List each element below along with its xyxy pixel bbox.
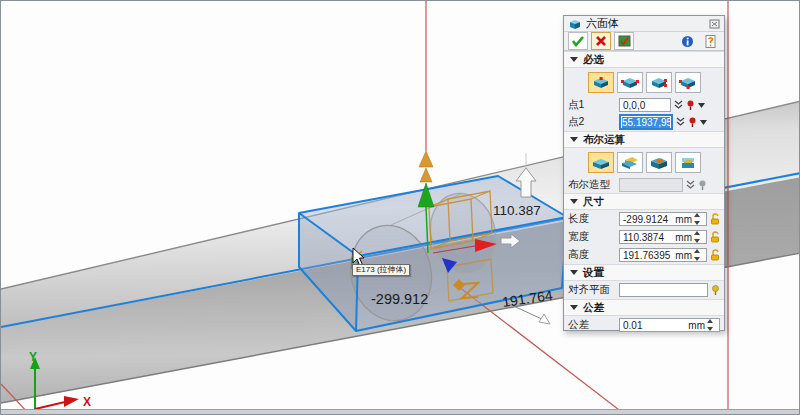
check-icon [571, 35, 585, 47]
box-type-corner[interactable] [646, 72, 672, 93]
app-window: 110.387 -299.912 191.764 Y X E173 (拉伸体) … [0, 0, 800, 415]
tolerance-label: 公差 [568, 318, 616, 332]
boolean-shape-label: 布尔造型 [568, 178, 616, 192]
section-dimensions[interactable]: 尺寸 [564, 193, 724, 210]
height-input[interactable]: 191.76395 mm [619, 248, 707, 262]
plane-pick-pin-icon[interactable] [711, 285, 720, 296]
length-stepper[interactable] [694, 213, 703, 225]
point1-input[interactable]: 0,0,0 [619, 98, 671, 112]
hexahedron-dialog: 六面体 [563, 15, 725, 331]
boolean-base-icon [591, 155, 611, 170]
boolean-add-icon [620, 155, 640, 170]
box-type-icon [620, 75, 640, 90]
align-plane-row: 对齐平面 [564, 281, 724, 299]
ok-button[interactable] [568, 32, 588, 50]
width-input[interactable]: 110.3874 mm [619, 230, 707, 244]
section-tolerance[interactable]: 公差 [564, 299, 724, 316]
section-required[interactable]: 必选 [564, 51, 724, 68]
boolean-shape-row: 布尔造型 [564, 177, 724, 193]
tolerance-row: 公差 0.01 mm [564, 316, 724, 334]
collapse-icon[interactable] [709, 19, 720, 29]
point2-row: 点2 55.1937,95.88197 [564, 113, 724, 131]
point2-dropdown-icon[interactable] [700, 120, 707, 125]
expand-chevrons-icon[interactable] [676, 117, 685, 127]
help-doc-icon [705, 35, 716, 48]
point-pick-pin-icon[interactable] [688, 117, 697, 128]
axis-y-label: Y [29, 350, 37, 364]
width-stepper[interactable] [694, 231, 703, 243]
section-boolean[interactable]: 布尔运算 [564, 131, 724, 148]
unlock-icon[interactable] [710, 249, 720, 261]
boolean-op-selector [564, 148, 724, 177]
align-plane-label: 对齐平面 [568, 283, 616, 297]
expand-chevrons-icon[interactable] [674, 100, 683, 110]
apply-checkbox-icon [618, 35, 631, 47]
dialog-title: 六面体 [586, 16, 705, 31]
unlock-icon[interactable] [710, 231, 720, 243]
orange-cone-handle [419, 151, 433, 167]
length-label: 长度 [568, 212, 616, 226]
height-label: 高度 [568, 248, 616, 262]
hexahedron-icon [568, 18, 582, 30]
edge-tooltip: E173 (拉伸体) [352, 264, 410, 276]
tolerance-input[interactable]: 0.01 mm [619, 318, 720, 332]
window-bottom-edge [1, 409, 800, 414]
boolean-base[interactable] [588, 152, 614, 173]
dialog-toolbar [564, 32, 724, 51]
cancel-button[interactable] [591, 32, 611, 50]
chevron-down-icon [570, 305, 578, 310]
point2-input[interactable]: 55.1937,95.88197 [619, 114, 673, 130]
info-icon [681, 35, 694, 48]
box-type-three-points[interactable] [675, 72, 701, 93]
help-button[interactable] [700, 32, 720, 50]
chevron-down-icon [570, 199, 578, 204]
boolean-remove-icon [649, 155, 669, 170]
boolean-intersect[interactable] [675, 152, 701, 173]
box-type-center[interactable] [617, 72, 643, 93]
point1-label: 点1 [568, 98, 616, 112]
axis-x-label: X [83, 395, 91, 409]
box-type-two-points[interactable] [588, 72, 614, 93]
chevron-down-icon [570, 270, 578, 275]
boolean-intersect-icon [678, 155, 698, 170]
length-input[interactable]: -299.9124 mm [619, 212, 707, 226]
boolean-remove[interactable] [646, 152, 672, 173]
preview-box[interactable] [299, 176, 567, 331]
dim-width-label: 110.387 [493, 203, 541, 218]
box-type-selector [564, 68, 724, 97]
box-type-icon [678, 75, 698, 90]
dim-length-label: -299.912 [371, 291, 428, 307]
point1-row: 点1 0,0,0 [564, 97, 724, 113]
boolean-add[interactable] [617, 152, 643, 173]
shape-pick-pin-icon[interactable] [698, 180, 707, 191]
x-icon [595, 35, 607, 47]
expand-chevrons-icon[interactable] [686, 180, 695, 190]
section-settings[interactable]: 设置 [564, 264, 724, 281]
apply-button[interactable] [614, 32, 634, 50]
width-row: 宽度 110.3874 mm [564, 228, 724, 246]
height-stepper[interactable] [694, 249, 703, 261]
unlock-icon[interactable] [710, 213, 720, 225]
length-row: 长度 -299.9124 mm [564, 210, 724, 228]
dialog-body: 必选 [564, 51, 724, 334]
align-plane-input[interactable] [619, 283, 708, 297]
orange-cone-handle [420, 168, 432, 182]
box-type-icon [591, 75, 611, 90]
point-pick-pin-icon[interactable] [686, 100, 695, 111]
point2-label: 点2 [568, 115, 616, 129]
chevron-down-icon [570, 57, 578, 62]
info-button[interactable] [677, 32, 697, 50]
dialog-titlebar[interactable]: 六面体 [564, 16, 724, 32]
width-label: 宽度 [568, 230, 616, 244]
boolean-shape-input[interactable] [619, 178, 683, 192]
tolerance-stepper[interactable] [707, 319, 716, 331]
height-row: 高度 191.76395 mm [564, 246, 724, 264]
box-type-icon [649, 75, 669, 90]
chevron-down-icon [570, 137, 578, 142]
point1-dropdown-icon[interactable] [698, 103, 705, 108]
